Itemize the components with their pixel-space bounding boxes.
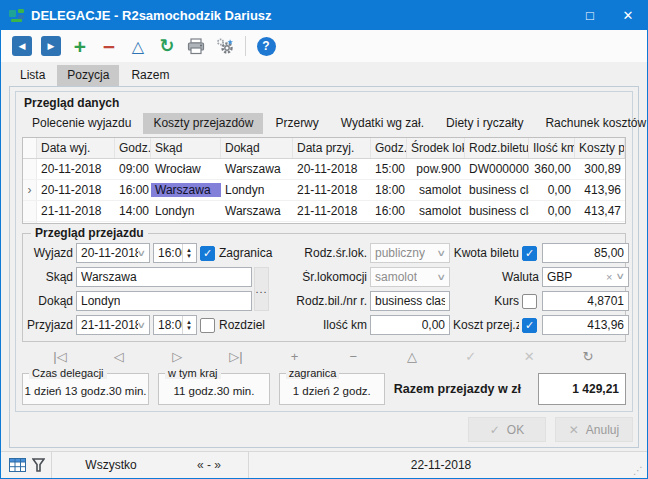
tab-diety-i-ryczalty[interactable]: Diety i ryczałty	[436, 113, 533, 134]
cell-godz-wyj: 14:00	[115, 204, 151, 218]
zagranica-checkbox[interactable]: ✓	[200, 246, 215, 261]
skad-label: Skąd	[27, 270, 73, 284]
tab-polecenie-wyjazdu[interactable]: Polecenie wyjazdu	[22, 113, 141, 134]
kwota-biletu-checkbox[interactable]: ✓	[522, 246, 537, 261]
check-icon: ✓	[203, 248, 212, 259]
rodz-bil-field[interactable]: business class	[370, 291, 450, 311]
kwota-biletu-value: 85,00	[594, 246, 624, 260]
print-button[interactable]	[185, 35, 207, 57]
waluta-combo[interactable]: GBP ×∨	[542, 267, 629, 287]
clear-icon[interactable]: ×	[606, 271, 612, 283]
arrow-left-icon: ◀	[12, 36, 32, 56]
previous-record-button[interactable]: ◀	[11, 35, 33, 57]
grid-view-icon[interactable]	[9, 458, 26, 472]
lookup-button[interactable]: ...	[254, 267, 269, 311]
nav-refresh-button[interactable]: ↻	[578, 349, 598, 364]
nav-next-button[interactable]: ▷	[167, 349, 187, 364]
table-row[interactable]: 21-11-2018 14:00 Londyn Warszawa 21-11-2…	[23, 201, 625, 222]
tab-przerwy[interactable]: Przerwy	[265, 113, 328, 134]
col-data-przyj[interactable]: Data przyj.	[293, 138, 371, 158]
chevron-down-icon[interactable]: ∨	[137, 320, 147, 330]
cancel-button[interactable]: ✕ Anuluj	[555, 417, 633, 442]
row-indicator	[23, 159, 37, 179]
spinner-arrows[interactable]: ▲▼	[182, 244, 192, 262]
tab-koszty-przejazdow[interactable]: Koszty przejazdów	[143, 113, 263, 134]
cell-srodek-lok: samolot	[407, 204, 465, 218]
dokad-input[interactable]: Londyn	[76, 291, 252, 311]
ok-button[interactable]: ✓ OK	[468, 417, 546, 442]
table-row[interactable]: 21-11-2018 16:30 Warszawa Wrocław 21-11-…	[23, 222, 625, 224]
resize-grip[interactable]: ⋰	[633, 465, 647, 478]
col-dokad[interactable]: Dokąd	[221, 138, 293, 158]
wyjazd-date-combo[interactable]: 20-11-2018 ∨	[76, 243, 150, 263]
chevron-down-icon[interactable]: ∨	[616, 271, 626, 283]
check-icon: ✓	[525, 248, 534, 259]
col-srodek-lok[interactable]: Środek lok.	[407, 138, 465, 158]
col-skad[interactable]: Skąd	[151, 138, 221, 158]
col-koszty-przej[interactable]: Koszty przej	[575, 138, 625, 158]
summary-row: Czas delegacji 1 dzień 13 godz.30 min. w…	[22, 373, 626, 405]
cell-data-przyj: 21-11-2018	[293, 183, 371, 197]
nav-insert-button[interactable]: +	[285, 349, 305, 364]
refresh-button[interactable]: ↻	[156, 35, 178, 57]
col-rodz-biletu[interactable]: Rodz.biletu	[465, 138, 529, 158]
ilosc-km-field[interactable]: 0,00	[370, 315, 450, 335]
przyjazd-date-combo[interactable]: 21-11-2018 ∨	[76, 315, 150, 335]
next-record-button[interactable]: ▶	[40, 35, 62, 57]
rodz-bil-value: business class	[375, 294, 445, 308]
kurs-checkbox[interactable]: ✓	[522, 294, 537, 309]
wyjazd-time-spinner[interactable]: 16:00 ▲▼	[153, 243, 197, 263]
col-data-wyj[interactable]: Data wyj.	[37, 138, 115, 158]
nav-post-button[interactable]: ✓	[461, 349, 481, 364]
koszt-przej-checkbox[interactable]: ✓	[522, 318, 537, 333]
help-button[interactable]: ?	[255, 35, 277, 57]
tab-razem[interactable]: Razem	[121, 65, 179, 86]
tab-wydatki-wg-zal[interactable]: Wydatki wg zał.	[331, 113, 434, 134]
nav-first-button[interactable]: |◁	[50, 349, 70, 364]
tab-pozycja[interactable]: Pozycja	[57, 65, 119, 86]
skad-input[interactable]: Warszawa	[76, 267, 252, 287]
koszt-przej-field[interactable]: 413,96	[542, 315, 629, 335]
nav-edit-button[interactable]: △	[402, 349, 422, 364]
spinner-down-icon[interactable]: ▼	[186, 253, 192, 259]
dokad-label: Dokąd	[27, 294, 73, 308]
w-tym-kraj-box: w tym kraj 11 godz.30 min.	[158, 373, 270, 405]
maximize-button[interactable]: □	[571, 1, 609, 30]
col-godz-wyj[interactable]: Godz.	[115, 138, 151, 158]
table-row-current[interactable]: › 20-11-2018 16:00 Warszawa Londyn 21-11…	[23, 180, 625, 201]
rozdziel-checkbox[interactable]: ✓	[200, 318, 215, 333]
cell-godz-przyj: 15:00	[371, 162, 407, 176]
close-button[interactable]: ✕	[609, 1, 647, 30]
tab-lista[interactable]: Lista	[10, 65, 55, 86]
add-button[interactable]: +	[69, 35, 91, 57]
przyjazd-time-spinner[interactable]: 18:00 ▲▼	[153, 315, 197, 335]
filter-scope-status[interactable]: Wszystko	[52, 458, 170, 472]
spinner-arrows[interactable]: ▲▼	[182, 316, 192, 334]
nav-cancel-button[interactable]: ✕	[519, 349, 539, 364]
nav-delete-button[interactable]: −	[343, 349, 363, 364]
edit-button[interactable]: △	[127, 35, 149, 57]
koszt-przej-label: Koszt przej.zł	[453, 318, 519, 332]
nav-prior-button[interactable]: ◁	[109, 349, 129, 364]
cell-ilosc-km: 0,00	[529, 204, 575, 218]
rodz-sr-lok-combo[interactable]: publiczny ∨	[370, 243, 450, 263]
w-tym-kraj-value: 11 godz.30 min.	[173, 385, 254, 397]
chevron-down-icon: ∨	[437, 248, 447, 258]
settings-button[interactable]	[214, 35, 236, 57]
table-row[interactable]: 20-11-2018 09:00 Wrocław Warszawa 20-11-…	[23, 159, 625, 180]
kwota-biletu-field[interactable]: 85,00	[542, 243, 629, 263]
range-status[interactable]: « - »	[170, 458, 248, 472]
chevron-down-icon: ∨	[437, 272, 447, 282]
tab-rachunek-kosztow[interactable]: Rachunek kosztów	[535, 113, 648, 134]
col-godz-przyj[interactable]: Godz.	[371, 138, 407, 158]
sr-lokomocji-combo[interactable]: samolot ∨	[370, 267, 450, 287]
cell-rodz-biletu: business class	[465, 183, 529, 197]
chevron-down-icon[interactable]: ∨	[137, 248, 147, 258]
delete-button[interactable]: −	[98, 35, 120, 57]
filter-funnel-icon[interactable]	[32, 458, 45, 472]
ilosc-km-label: Ilość km	[272, 318, 367, 332]
spinner-down-icon[interactable]: ▼	[186, 325, 192, 331]
col-ilosc-km[interactable]: Ilość km	[529, 138, 575, 158]
nav-last-button[interactable]: ▷|	[226, 349, 246, 364]
kurs-field[interactable]: 4,8701	[542, 291, 629, 311]
